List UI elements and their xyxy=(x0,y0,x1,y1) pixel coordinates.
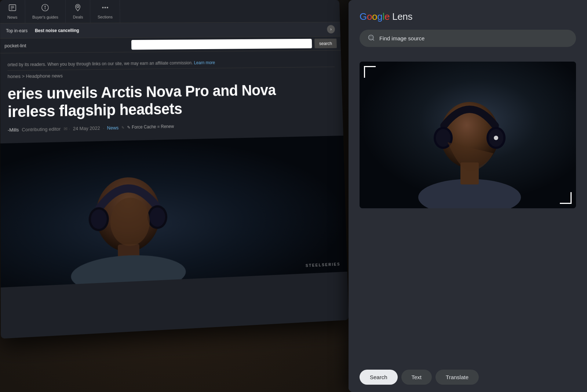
lens-search-icon xyxy=(368,34,375,43)
subbar-link-best-noise[interactable]: Best noise cancelling xyxy=(35,28,79,33)
site-subbar: Top in-ears Best noise cancelling › xyxy=(0,22,340,39)
svg-point-9 xyxy=(105,7,106,8)
svg-point-5 xyxy=(45,6,45,7)
lens-image-preview xyxy=(360,62,576,208)
nav-label-buyers: Buyer's guides xyxy=(32,15,58,19)
find-source-label: Find image source xyxy=(379,35,424,41)
affiliate-text: orted by its readers. When you buy throu… xyxy=(7,61,193,67)
lens-preview-svg xyxy=(360,62,576,208)
subbar-arrow[interactable]: › xyxy=(327,25,335,33)
lens-header: Google Lens Find image source xyxy=(349,0,587,54)
nav-item-deals[interactable]: Deals xyxy=(66,0,91,23)
lens-image-inner xyxy=(360,62,576,208)
svg-point-8 xyxy=(102,7,103,8)
lens-title: Google Lens xyxy=(360,11,576,22)
meta-separator-1: ✉ · xyxy=(63,126,70,132)
svg-point-20 xyxy=(369,35,373,40)
google-g-letter: G xyxy=(360,11,367,22)
search-box xyxy=(131,39,312,50)
sections-icon xyxy=(101,4,109,14)
svg-point-26 xyxy=(436,129,451,147)
force-cache-label: Force Cache = Renew xyxy=(127,124,174,130)
nav-item-sections[interactable]: Sections xyxy=(90,0,120,23)
hero-svg xyxy=(0,135,347,287)
deals-icon xyxy=(74,4,82,14)
lens-tab-text[interactable]: Text xyxy=(401,370,432,385)
subbar-link-top-in-ears[interactable]: Top in-ears xyxy=(6,28,28,33)
author-name: -Mills xyxy=(8,127,19,133)
hero-image: STEELSERIES xyxy=(0,135,347,287)
site-navigation: News Buyer's guides Deals xyxy=(0,0,340,23)
selection-bracket-br xyxy=(560,192,572,204)
google-g2-letter: g xyxy=(377,11,382,22)
search-input[interactable] xyxy=(136,41,307,48)
lens-word: Lens xyxy=(390,11,412,22)
breadcrumb: hones > Headphone news xyxy=(8,70,335,79)
lens-tabs: Search Text Translate xyxy=(349,362,587,392)
author-role: Contributing editor xyxy=(22,126,61,132)
svg-point-29 xyxy=(494,136,498,140)
nav-item-buyers[interactable]: Buyer's guides xyxy=(25,0,66,23)
search-button[interactable]: search xyxy=(314,39,337,48)
google-o1-letter: o xyxy=(367,11,372,22)
svg-point-22 xyxy=(370,36,372,39)
affiliate-link[interactable]: Learn more xyxy=(194,60,215,65)
nav-item-news[interactable]: News xyxy=(0,0,25,23)
lens-panel: Google Lens Find image source xyxy=(349,0,587,392)
lens-tab-translate[interactable]: Translate xyxy=(435,370,479,385)
google-e-letter: e xyxy=(384,11,390,22)
nav-label-deals: Deals xyxy=(73,15,83,19)
browser-window: News Buyer's guides Deals xyxy=(0,0,349,339)
article-date: 24 May 2022 xyxy=(73,125,100,131)
google-o2-letter: o xyxy=(372,11,377,22)
buyers-icon xyxy=(41,4,49,14)
affiliate-notice: orted by its readers. When you buy throu… xyxy=(7,56,335,71)
svg-point-10 xyxy=(107,7,108,8)
article-meta: -Mills Contributing editor ✉ · 24 May 20… xyxy=(8,120,336,132)
nav-label-sections: Sections xyxy=(98,15,113,19)
svg-point-7 xyxy=(77,6,79,7)
nav-label-news: News xyxy=(7,15,17,19)
url-display[interactable]: pocket-lint xyxy=(4,42,128,48)
lens-tab-search[interactable]: Search xyxy=(360,370,398,385)
find-source-button[interactable]: Find image source xyxy=(360,30,576,47)
article-tag[interactable]: News xyxy=(107,125,119,131)
selection-bracket-tl xyxy=(364,66,376,78)
article-area: orted by its readers. When you buy throu… xyxy=(0,51,343,139)
svg-line-21 xyxy=(373,39,374,41)
news-icon xyxy=(8,4,17,14)
article-headline: eries unveils Arctis Nova Pro and Nova i… xyxy=(8,81,336,121)
